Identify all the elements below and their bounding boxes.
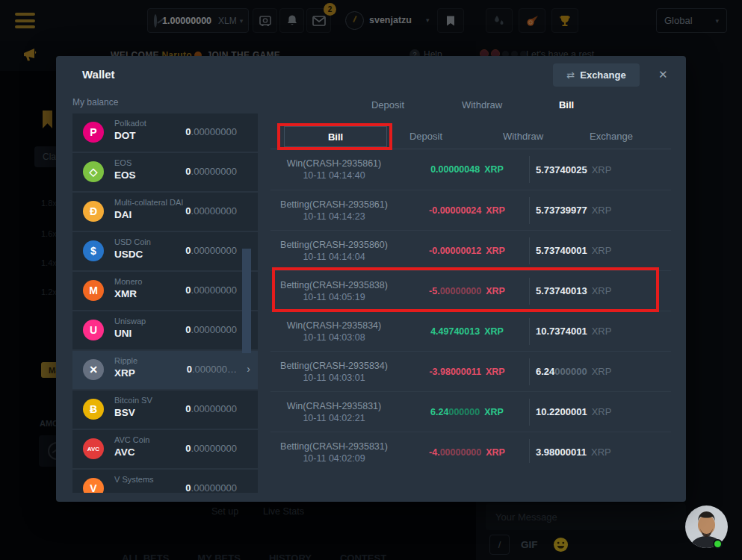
coin-symbol: DAI	[114, 209, 132, 220]
transaction-cell: Betting(CRASH-2935838) 10-11 04:05:19	[270, 271, 398, 311]
coin-symbol: USDC	[114, 249, 143, 260]
coin-name: Bitcoin SV	[114, 396, 152, 405]
swap-arrows-icon: ⇄	[566, 69, 575, 81]
balance-cell: 6.24000000XRP	[536, 352, 669, 391]
coin-icon: U	[83, 320, 104, 340]
transaction-label: Betting(CRASH-2935861)	[280, 199, 388, 210]
bill-table-row[interactable]: Betting(CRASH-2935831) 10-11 04:02:09 -4…	[270, 432, 671, 463]
coin-symbol: XMR	[114, 288, 137, 299]
close-icon[interactable]: ✕	[658, 68, 668, 81]
coin-name: Monero	[114, 277, 142, 286]
coin-list-item[interactable]: V V Systems 0.00000000	[72, 470, 258, 493]
coin-icon: M	[83, 280, 104, 301]
bill-table-row[interactable]: Betting(CRASH-2935861) 10-11 04:14:23 -0…	[270, 190, 671, 230]
balance-cell: 5.73740001XRP	[536, 231, 669, 270]
bill-table-row[interactable]: Betting(CRASH-2935838) 10-11 04:05:19 -5…	[270, 270, 671, 311]
balance-cell: 5.73740025XRP	[536, 149, 669, 190]
coin-name: AVC Coin	[114, 435, 149, 444]
balance-cell: 5.73740013XRP	[536, 271, 669, 311]
coin-name: USD Coin	[114, 237, 151, 246]
coin-list-item[interactable]: ✕ Ripple XRP 0.000000… ›	[72, 351, 258, 389]
balance-cell: 3.98000011XRP	[536, 432, 669, 463]
my-balance-label: My balance	[72, 97, 118, 108]
transaction-label: Win(CRASH-2935861)	[287, 158, 381, 169]
column-divider	[529, 237, 530, 264]
column-header-deposit[interactable]: Deposit	[409, 131, 442, 142]
transaction-time: 10-11 04:14:40	[303, 170, 365, 181]
transaction-time: 10-11 04:14:04	[303, 252, 365, 262]
coin-symbol: DOT	[114, 130, 136, 141]
balance-cell: 10.7374001XRP	[536, 311, 669, 351]
amount-cell: -4.00000000XRP	[404, 432, 531, 463]
coin-symbol: EOS	[114, 169, 136, 181]
coin-icon: Ð	[83, 201, 104, 222]
column-divider	[529, 358, 530, 385]
transaction-time: 10-11 04:03:08	[303, 332, 365, 343]
bill-rows: Win(CRASH-2935861) 10-11 04:14:40 0.0000…	[270, 149, 671, 463]
coin-list-item[interactable]: Ƀ Bitcoin SV BSV 0.00000000	[72, 391, 258, 429]
coin-name: Polkadot	[114, 119, 146, 128]
column-divider	[529, 197, 530, 224]
transaction-label: Betting(CRASH-2935838)	[280, 280, 388, 290]
bill-table-row[interactable]: Betting(CRASH-2935860) 10-11 04:14:04 -0…	[270, 230, 671, 270]
exchange-label: Exchange	[580, 69, 625, 81]
transaction-cell: Win(CRASH-2935834) 10-11 04:03:08	[270, 311, 398, 351]
column-divider	[529, 439, 530, 463]
coin-balance: 0.00000000	[185, 324, 237, 335]
column-divider	[529, 399, 530, 426]
amount-cell: 4.49740013XRP	[404, 311, 531, 351]
coin-icon: $	[83, 240, 104, 261]
column-divider	[529, 278, 530, 305]
amount-cell: -5.00000000XRP	[404, 271, 531, 311]
balance-cell: 5.73739977XRP	[536, 190, 669, 230]
coin-balance: 0.00000000	[185, 443, 237, 454]
transaction-time: 10-11 04:02:09	[303, 453, 365, 464]
coin-icon: V	[83, 478, 104, 493]
transaction-cell: Win(CRASH-2935861) 10-11 04:14:40	[270, 149, 398, 190]
coin-name: EOS	[114, 158, 132, 167]
coin-list-item[interactable]: P Polkadot DOT 0.00000000	[72, 113, 258, 152]
bill-table-row[interactable]: Win(CRASH-2935861) 10-11 04:14:40 0.0000…	[270, 149, 671, 190]
bill-table-row[interactable]: Betting(CRASH-2935834) 10-11 04:03:01 -3…	[270, 351, 671, 391]
transaction-time: 10-11 04:05:19	[303, 292, 365, 302]
wallet-modal: Wallet ⇄ Exchange ✕ My balance Deposit W…	[56, 56, 686, 502]
amount-cell: -0.00000024XRP	[404, 190, 531, 230]
transaction-time: 10-11 04:03:01	[303, 373, 365, 383]
column-header-withdraw[interactable]: Withdraw	[503, 131, 543, 142]
balance-cell: 10.2200001XRP	[536, 392, 669, 432]
amount-cell: -0.00000012XRP	[404, 231, 531, 270]
coin-list-item[interactable]: U Uniswap UNI 0.00000000	[72, 311, 258, 349]
coin-name: Uniswap	[114, 317, 146, 326]
transaction-label: Betting(CRASH-2935860)	[280, 240, 388, 250]
online-status-dot	[713, 539, 723, 549]
coin-icon: ◇	[83, 161, 104, 182]
modal-title: Wallet	[82, 68, 115, 81]
coin-list-item[interactable]: $ USD Coin USDC 0.00000000	[72, 232, 258, 270]
exchange-button[interactable]: ⇄ Exchange	[553, 63, 640, 87]
column-header-bill[interactable]: Bill	[284, 126, 387, 147]
chevron-right-icon: ›	[247, 363, 250, 375]
bill-table-row[interactable]: Win(CRASH-2935831) 10-11 04:02:21 6.2400…	[270, 391, 671, 432]
tab-bill[interactable]: Bill	[559, 99, 574, 111]
tab-withdraw[interactable]: Withdraw	[462, 99, 502, 111]
transaction-label: Win(CRASH-2935834)	[287, 320, 381, 331]
coin-list-scrollbar[interactable]	[242, 249, 251, 353]
coin-list-item[interactable]: M Monero XMR 0.00000000	[72, 272, 258, 310]
coin-list-item[interactable]: ◇ EOS EOS 0.00000000	[72, 153, 258, 191]
coin-icon: ✕	[83, 359, 104, 380]
transaction-cell: Betting(CRASH-2935861) 10-11 04:14:23	[270, 190, 398, 230]
amount-cell: 0.00000048XRP	[404, 149, 531, 190]
coin-icon: Ƀ	[83, 399, 104, 420]
coin-list-item[interactable]: Ð Multi-collateral DAI DAI 0.00000000	[72, 193, 258, 231]
transaction-time: 10-11 04:14:23	[303, 211, 365, 222]
bill-table-row[interactable]: Win(CRASH-2935834) 10-11 04:03:08 4.4974…	[270, 311, 671, 351]
coin-name: Ripple	[114, 356, 137, 365]
column-header-exchange[interactable]: Exchange	[590, 131, 633, 142]
column-divider	[529, 156, 530, 183]
tab-deposit[interactable]: Deposit	[371, 99, 404, 111]
coin-list-item[interactable]: AVC AVC Coin AVC 0.00000000	[72, 430, 258, 468]
coin-balance: 0.000000…	[187, 364, 237, 375]
coin-name: V Systems	[114, 475, 154, 484]
amount-cell: 6.24000000XRP	[404, 392, 531, 432]
coin-symbol: XRP	[114, 367, 135, 379]
